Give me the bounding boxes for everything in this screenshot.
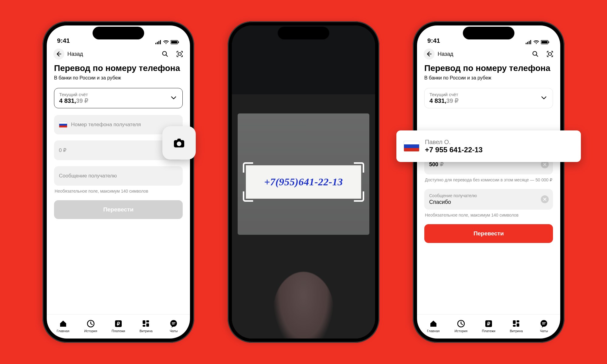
- camera-icon: [173, 137, 185, 148]
- chat-icon: [540, 319, 548, 328]
- clock-icon: [457, 319, 465, 328]
- phone-mockup-empty-form: 9:41 Назад Перевод по номеру телефона В …: [42, 21, 194, 343]
- account-label: Текущий счёт: [429, 92, 548, 97]
- scan-icon[interactable]: [176, 50, 183, 58]
- grid-icon: [512, 319, 521, 328]
- tab-chats[interactable]: Чаты: [530, 319, 558, 333]
- status-time: 9:41: [427, 37, 440, 44]
- signal-icon: [155, 40, 161, 44]
- back-arrow-icon: [426, 51, 432, 57]
- chat-icon: [169, 319, 178, 328]
- search-icon[interactable]: [532, 50, 539, 58]
- russia-flag-icon: [404, 141, 419, 152]
- frame-corner-icon: [354, 162, 364, 173]
- phone-mockup-scanner: +7(955)641-22-13: [228, 21, 379, 343]
- status-time: 9:41: [57, 37, 70, 44]
- transfer-button[interactable]: Перевести: [424, 224, 553, 243]
- tab-payments[interactable]: Платежи: [475, 319, 502, 333]
- frame-corner-icon: [243, 191, 253, 202]
- close-icon: [542, 197, 548, 202]
- grid-icon: [142, 319, 150, 328]
- account-label: Текущий счёт: [59, 92, 178, 97]
- tab-showcase[interactable]: Витрина: [503, 319, 530, 333]
- device-notch: [93, 27, 144, 39]
- clear-message-button[interactable]: [541, 195, 549, 203]
- message-helper: Необязательное поле, максимум 140 символ…: [55, 189, 182, 194]
- tab-chats[interactable]: Чаты: [160, 319, 188, 333]
- home-icon: [59, 319, 67, 328]
- page-subtitle: В банки по России и за рубеж: [47, 73, 190, 81]
- scan-icon[interactable]: [546, 50, 554, 58]
- message-helper: Необязательное поле, максимум 140 символ…: [425, 213, 552, 217]
- tab-home[interactable]: Главная: [49, 319, 77, 333]
- page-subtitle: В банки по России и за рубеж: [417, 73, 560, 81]
- camera-viewfinder[interactable]: +7(955)641-22-13: [232, 25, 375, 339]
- close-icon: [542, 162, 548, 167]
- page-title: Перевод по номеру телефона: [47, 59, 190, 73]
- account-selector[interactable]: Текущий счёт 4 831,39 ₽: [54, 88, 183, 108]
- back-arrow-icon: [56, 51, 62, 57]
- battery-icon: [541, 40, 550, 44]
- back-label[interactable]: Назад: [67, 51, 83, 57]
- chevron-down-icon: [170, 95, 177, 101]
- home-icon: [429, 319, 438, 328]
- signal-icon: [526, 40, 532, 44]
- tab-home[interactable]: Главная: [419, 319, 447, 333]
- wifi-icon: [534, 40, 539, 44]
- wifi-icon: [163, 40, 169, 44]
- account-selector[interactable]: Текущий счёт 4 831,39 ₽: [424, 88, 553, 108]
- camera-scan-button[interactable]: [162, 126, 196, 160]
- message-placeholder: Сообщение получателю: [59, 173, 117, 179]
- device-notch: [278, 27, 329, 39]
- frame-corner-icon: [354, 191, 364, 202]
- ruble-icon: [484, 319, 493, 328]
- clock-icon: [86, 319, 95, 328]
- chevron-down-icon: [541, 95, 547, 101]
- tab-history[interactable]: История: [447, 319, 475, 333]
- tab-showcase[interactable]: Витрина: [132, 319, 160, 333]
- russia-flag-icon: [59, 122, 67, 128]
- frame-corner-icon: [243, 162, 253, 173]
- tab-bar: Главная История Платежи Витрина Чаты: [47, 314, 190, 339]
- message-input[interactable]: Сообщение получателю Спасибо: [424, 189, 553, 210]
- battery-icon: [171, 40, 180, 44]
- amount-placeholder: 0 ₽: [59, 147, 66, 153]
- page-title: Перевод по номеру телефона: [417, 59, 560, 73]
- amount-value: 500: [429, 161, 438, 168]
- search-icon[interactable]: [161, 50, 169, 58]
- recipient-phone: +7 955 641-22-13: [425, 146, 483, 154]
- ruble-icon: [114, 319, 123, 328]
- back-button[interactable]: [424, 49, 435, 59]
- tab-payments[interactable]: Платежи: [104, 319, 132, 333]
- message-value: Спасибо: [429, 199, 451, 205]
- recipient-name: Павел О.: [425, 139, 483, 146]
- tab-bar: Главная История Платежи Витрина Чаты: [417, 314, 560, 339]
- message-label: Сообщение получателю: [429, 193, 477, 198]
- recipient-card[interactable]: Павел О. +7 955 641-22-13: [396, 130, 581, 162]
- message-input[interactable]: Сообщение получателю: [54, 166, 183, 186]
- scanned-number: +7(955)641-22-13: [246, 165, 361, 199]
- scan-frame: +7(955)641-22-13: [243, 162, 364, 202]
- fee-note: Доступно для перевода без комиссии в это…: [425, 177, 552, 182]
- back-label[interactable]: Назад: [438, 51, 453, 57]
- device-notch: [463, 27, 514, 39]
- back-button[interactable]: [53, 49, 64, 59]
- transfer-button[interactable]: Перевести: [54, 200, 183, 219]
- phone-input-placeholder: Номер телефона получателя: [71, 122, 141, 128]
- phone-mockup-filled-form: 9:41 Назад Перевод по номеру телефона В …: [413, 21, 565, 343]
- tab-history[interactable]: История: [77, 319, 104, 333]
